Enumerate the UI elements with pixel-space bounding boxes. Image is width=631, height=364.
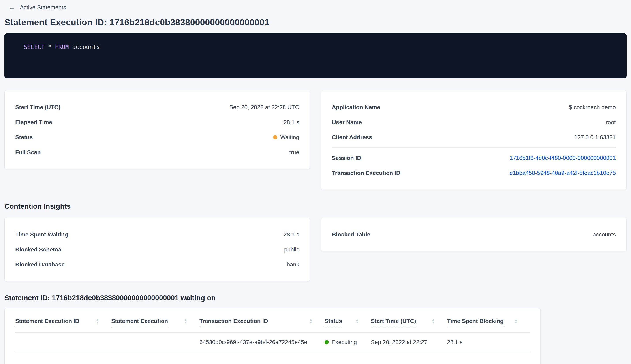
transaction-execution-id-row: Transaction Execution ID e1bba458-5948-4…	[332, 166, 616, 180]
time-spent-waiting-value: 28.1 s	[284, 231, 299, 238]
blocked-table-row: Blocked Table accounts	[332, 227, 616, 242]
sort-icon[interactable]: ▲▼	[514, 318, 518, 324]
sql-star: *	[48, 44, 52, 50]
column-header-label[interactable]: Statement Execution	[111, 318, 168, 328]
session-id-row: Session ID 1716b1f6-4e0c-f480-0000-00000…	[332, 150, 616, 166]
statement-execution-details-page: ← Active Statements Statement Execution …	[0, 0, 631, 364]
sort-icon[interactable]: ▲▼	[184, 318, 187, 324]
client-address-value: 127.0.0.1:63321	[574, 134, 616, 141]
application-name-row: Application Name $ cockroach demo	[332, 100, 616, 115]
start-time-row: Start Time (UTC) Sep 20, 2022 at 22:28 U…	[15, 100, 299, 115]
contention-insights-heading: Contention Insights	[4, 202, 626, 210]
cell-status-text: Executing	[332, 339, 357, 346]
summary-cards-row: Start Time (UTC) Sep 20, 2022 at 22:28 U…	[4, 90, 626, 190]
waiting-on-table: Statement Execution ID ▲▼ Statement Exec…	[4, 308, 540, 364]
client-address-row: Client Address 127.0.0.1:63321	[332, 130, 616, 145]
column-header-statement-execution-id[interactable]: Statement Execution ID ▲▼	[15, 318, 111, 328]
sort-icon[interactable]: ▲▼	[432, 318, 435, 324]
blocked-table-card: Blocked Table accounts	[321, 218, 626, 252]
column-header-statement-execution[interactable]: Statement Execution ▲▼	[111, 318, 200, 328]
blocked-table-value: accounts	[593, 231, 616, 238]
contention-waiting-card: Time Spent Waiting 28.1 s Blocked Schema…	[4, 218, 310, 282]
sort-icon[interactable]: ▲▼	[309, 318, 312, 324]
column-header-label[interactable]: Transaction Execution ID	[200, 318, 268, 328]
full-scan-label: Full Scan	[15, 149, 41, 156]
status-value-text: Waiting	[280, 134, 299, 141]
blocked-database-row: Blocked Database bank	[15, 257, 299, 272]
blocked-schema-label: Blocked Schema	[15, 246, 61, 253]
blocked-database-value: bank	[287, 261, 299, 268]
user-name-row: User Name root	[332, 115, 616, 130]
transaction-execution-id-label: Transaction Execution ID	[332, 170, 400, 176]
time-spent-waiting-row: Time Spent Waiting 28.1 s	[15, 227, 299, 242]
elapsed-time-row: Elapsed Time 28.1 s	[15, 115, 299, 130]
blocked-schema-row: Blocked Schema public	[15, 242, 299, 257]
waiting-table-header-row: Statement Execution ID ▲▼ Statement Exec…	[15, 308, 530, 333]
arrow-left-icon: ←	[8, 4, 15, 11]
start-time-label: Start Time (UTC)	[15, 104, 60, 111]
sql-table-name: accounts	[72, 44, 100, 50]
transaction-execution-id-link[interactable]: e1bba458-5948-40a9-a42f-5feac1b10e75	[510, 170, 616, 176]
application-name-label: Application Name	[332, 104, 380, 111]
cell-time-spent-blocking: 28.1 s	[447, 339, 530, 346]
status-label: Status	[15, 134, 33, 141]
breadcrumb-back-active-statements[interactable]: ← Active Statements	[4, 3, 66, 11]
session-card-divider	[332, 147, 616, 148]
blocked-database-label: Blocked Database	[15, 261, 65, 268]
elapsed-time-value: 28.1 s	[284, 119, 299, 126]
column-header-start-time[interactable]: Start Time (UTC) ▲▼	[371, 318, 447, 328]
overview-card: Start Time (UTC) Sep 20, 2022 at 22:28 U…	[4, 90, 310, 169]
column-header-label[interactable]: Start Time (UTC)	[371, 318, 416, 328]
breadcrumb-label[interactable]: Active Statements	[20, 4, 66, 11]
sort-icon[interactable]: ▲▼	[356, 318, 359, 324]
time-spent-waiting-label: Time Spent Waiting	[15, 231, 68, 238]
sql-statement-box: SELECT * FROM accounts	[4, 33, 626, 78]
blocked-table-label: Blocked Table	[332, 231, 370, 238]
session-id-label: Session ID	[332, 155, 361, 162]
column-header-time-spent-blocking[interactable]: Time Spent Blocking ▲▼	[447, 318, 530, 328]
cell-transaction-execution-id: 64530d0c-969f-437e-a9b4-26a72245e45e	[200, 339, 324, 346]
sql-keyword-from: FROM	[55, 44, 69, 50]
sql-keyword-select: SELECT	[24, 44, 44, 50]
session-id-link[interactable]: 1716b1f6-4e0c-f480-0000-000000000001	[510, 155, 616, 162]
cell-status: Executing	[324, 339, 371, 346]
application-name-value: $ cockroach demo	[569, 104, 616, 111]
status-value: Waiting	[273, 134, 299, 141]
full-scan-row: Full Scan true	[15, 145, 299, 160]
full-scan-value: true	[289, 149, 299, 156]
table-footer-space	[15, 352, 530, 364]
waiting-on-heading: Statement ID: 1716b218dc0b38380000000000…	[4, 294, 626, 302]
column-header-transaction-execution-id[interactable]: Transaction Execution ID ▲▼	[200, 318, 324, 328]
client-address-label: Client Address	[332, 134, 372, 141]
status-row: Status Waiting	[15, 130, 299, 145]
elapsed-time-label: Elapsed Time	[15, 119, 52, 126]
start-time-value: Sep 20, 2022 at 22:28 UTC	[229, 104, 299, 111]
column-header-label[interactable]: Status	[324, 318, 342, 328]
column-header-label[interactable]: Statement Execution ID	[15, 318, 79, 328]
column-header-label[interactable]: Time Spent Blocking	[447, 318, 504, 328]
column-header-status[interactable]: Status ▲▼	[324, 318, 371, 328]
cell-start-time: Sep 20, 2022 at 22:27	[371, 339, 447, 346]
session-card: Application Name $ cockroach demo User N…	[321, 90, 626, 190]
user-name-label: User Name	[332, 119, 362, 126]
waiting-table-row: 64530d0c-969f-437e-a9b4-26a72245e45e Exe…	[15, 333, 530, 352]
user-name-value: root	[606, 119, 616, 126]
contention-cards-row: Time Spent Waiting 28.1 s Blocked Schema…	[4, 218, 626, 282]
blocked-schema-value: public	[284, 246, 299, 253]
page-title: Statement Execution ID: 1716b218dc0b3838…	[4, 18, 626, 27]
sort-icon[interactable]: ▲▼	[96, 318, 99, 324]
waiting-status-dot-icon	[273, 135, 277, 140]
executing-status-dot-icon	[324, 340, 329, 344]
